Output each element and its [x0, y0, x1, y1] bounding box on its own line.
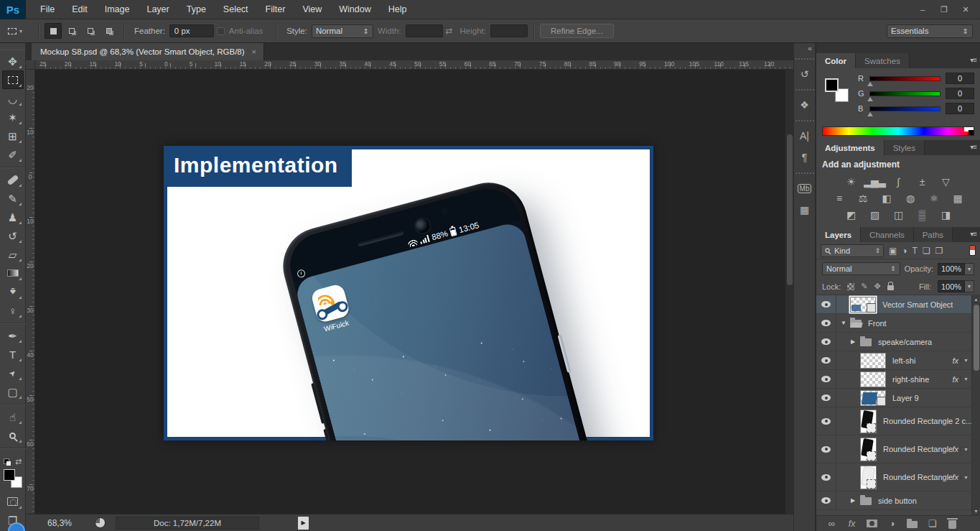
menu-item[interactable]: Layer [138, 0, 177, 19]
layer-effects-badge[interactable]: fx▼ [953, 375, 972, 384]
levels-adjustment-icon[interactable]: ▂▅▃ [867, 175, 882, 188]
panel-menu-icon[interactable]: ▾≡ [970, 230, 976, 238]
layer-thumbnail[interactable] [860, 338, 872, 346]
hand-tool[interactable]: ☝ [2, 407, 24, 426]
layer-row[interactable]: Rounded Rectangle... fx▼ [816, 435, 971, 463]
expand-caret[interactable]: ▶ [851, 338, 860, 345]
canvas-vertical-scrollbar[interactable] [785, 70, 793, 514]
curves-adjustment-icon[interactable]: ∫ [891, 175, 906, 188]
dropdown-arrow-icon[interactable]: ▼ [965, 280, 974, 292]
document-tab[interactable]: Mockup S8.psd @ 68,3% (Vector Smart Obje… [32, 43, 264, 60]
default-colors-icon[interactable] [4, 458, 11, 466]
eyedropper-tool[interactable]: ✐ [2, 145, 24, 164]
layer-thumbnail[interactable] [860, 466, 877, 489]
posterize-adjustment-icon[interactable]: ▨ [867, 208, 882, 221]
visibility-toggle[interactable] [816, 491, 836, 509]
add-layer-mask-button[interactable] [867, 517, 877, 530]
slider-thumb-icon[interactable] [867, 109, 873, 116]
menu-item[interactable]: Filter [257, 0, 294, 19]
menu-item[interactable]: Image [96, 0, 139, 19]
selective-color-adjustment-icon[interactable]: ◨ [938, 208, 953, 221]
zoom-tool[interactable] [2, 426, 24, 445]
expand-dock-button[interactable]: « [794, 43, 815, 54]
layers-scrollbar[interactable]: ▲ ▼ [971, 295, 980, 515]
layer-row[interactable]: Rounded Rectangle 2 c... fx▼ [816, 407, 971, 435]
anti-alias-checkbox[interactable]: Anti-alias [217, 27, 267, 35]
foreground-color-swatch[interactable] [825, 78, 839, 92]
scroll-down-icon[interactable]: ▼ [972, 509, 980, 514]
path-selection-tool[interactable]: ➤ [2, 364, 24, 382]
intersect-selection-button[interactable] [101, 23, 118, 39]
tab-adjustments[interactable]: Adjustments [816, 140, 885, 155]
history-brush-tool[interactable]: ↺ [2, 226, 24, 245]
brightness-contrast-adjustment-icon[interactable]: ☀ [844, 175, 859, 188]
exposure-adjustment-icon[interactable]: ± [915, 175, 930, 188]
slider-thumb-icon[interactable] [867, 94, 873, 101]
feather-input[interactable]: 0 px [169, 24, 214, 37]
type-tool[interactable]: T [2, 345, 24, 364]
visibility-toggle[interactable] [816, 351, 836, 369]
visibility-toggle[interactable] [816, 435, 836, 463]
adjustment-layer-button[interactable]: ◑ [887, 517, 897, 530]
black-white-adjustment-icon[interactable]: ◧ [879, 192, 894, 204]
menu-item[interactable]: Select [215, 0, 257, 19]
green-channel-slider[interactable] [869, 91, 941, 96]
history-panel-button[interactable]: ↺ [795, 58, 814, 85]
close-button[interactable]: ✕ [956, 3, 976, 16]
black-chip[interactable] [969, 130, 974, 135]
tab-paths[interactable]: Paths [914, 227, 953, 242]
layer-effects-badge[interactable]: fx▼ [953, 445, 972, 453]
workspace-dropdown[interactable]: Essentials⇕ [887, 24, 973, 38]
subtract-selection-button[interactable] [82, 23, 99, 39]
visibility-toggle[interactable] [816, 389, 836, 407]
scrollbar-thumb[interactable] [974, 305, 979, 371]
layer-thumbnail[interactable] [860, 497, 872, 505]
visibility-toggle[interactable] [816, 314, 836, 332]
dropdown-arrow-icon[interactable]: ▼ [965, 263, 974, 275]
move-tool[interactable]: ✥ [2, 52, 24, 70]
panel-menu-icon[interactable]: ▾≡ [970, 56, 976, 64]
visibility-toggle[interactable] [816, 407, 836, 435]
new-layer-button[interactable]: ❏ [927, 517, 938, 530]
quick-mask-button[interactable] [2, 492, 24, 511]
photo-filter-adjustment-icon[interactable]: ◍ [902, 192, 918, 204]
filter-pixel-layers-icon[interactable]: ▣ [889, 246, 897, 256]
paragraph-panel-button[interactable]: ¶ [795, 147, 814, 168]
layer-thumbnail[interactable] [860, 410, 877, 433]
layer-thumbnail[interactable] [850, 320, 862, 328]
tab-layers[interactable]: Layers [816, 227, 861, 242]
color-balance-adjustment-icon[interactable]: ⚖ [855, 192, 870, 204]
blur-tool[interactable]: ♠ [2, 282, 24, 301]
style-dropdown[interactable]: Normal⇕ [312, 24, 373, 38]
channel-value-input[interactable]: 0 [946, 88, 974, 99]
timeline-panel-button[interactable]: ▦ [795, 199, 814, 221]
layer-style-button[interactable]: fx [846, 517, 857, 530]
gradient-map-adjustment-icon[interactable]: ▒ [915, 208, 930, 221]
layer-row[interactable]: right-shine fx▼ [816, 370, 971, 389]
rounded-rectangle-tool[interactable]: ▢ [2, 382, 24, 401]
vibrance-adjustment-icon[interactable]: ▽ [938, 175, 953, 188]
swap-width-height-icon[interactable]: ⇄ [446, 26, 453, 36]
layer-effects-badge[interactable]: fx▼ [953, 473, 972, 481]
lock-paint-button[interactable]: ✎ [861, 282, 867, 291]
layer-effects-badge[interactable]: fx▼ [953, 356, 972, 365]
character-panel-button[interactable]: A| [795, 120, 814, 147]
clone-stamp-tool[interactable]: ♟ [2, 208, 24, 226]
tab-color[interactable]: Color [816, 53, 856, 68]
add-selection-button[interactable] [63, 23, 80, 39]
rectangular-marquee-tool[interactable] [2, 70, 24, 89]
filter-adjustment-layers-icon[interactable]: ◑ [902, 246, 907, 256]
lock-position-button[interactable]: ✥ [874, 282, 881, 291]
menu-item[interactable]: View [294, 0, 330, 19]
filter-toggle-switch[interactable] [969, 245, 976, 256]
color-spectrum-bar[interactable] [822, 126, 974, 136]
scrollbar-thumb[interactable] [787, 134, 793, 285]
lock-all-button[interactable] [887, 282, 894, 290]
channel-value-input[interactable]: 0 [946, 73, 974, 84]
gradient-tool[interactable] [2, 264, 24, 282]
lock-transparency-button[interactable] [847, 283, 854, 290]
restore-button[interactable]: ❐ [934, 3, 954, 16]
slider-thumb-icon[interactable] [867, 79, 873, 86]
tab-swatches[interactable]: Swatches [856, 53, 910, 68]
expand-caret[interactable]: ▶ [851, 497, 860, 504]
